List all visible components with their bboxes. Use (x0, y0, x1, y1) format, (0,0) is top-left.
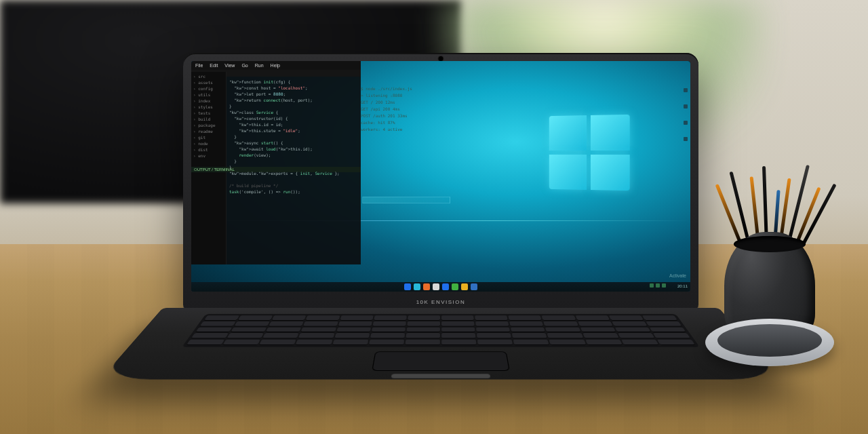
taskbar-app-icon[interactable] (433, 283, 439, 290)
pen-holder (705, 210, 834, 366)
laptop-base (100, 308, 782, 380)
progress-overlay (362, 197, 450, 203)
windows-logo-icon (549, 115, 630, 191)
menu-run[interactable]: Run (255, 63, 264, 68)
menu-view[interactable]: View (224, 63, 235, 68)
webcam-icon (439, 56, 443, 61)
file-tree-item[interactable]: › dist (193, 146, 224, 153)
menu-help[interactable]: Help (271, 63, 280, 68)
pen-cup-saucer (705, 319, 834, 366)
taskbar-app-icon[interactable] (414, 283, 420, 290)
file-tree-item[interactable]: › env (193, 153, 224, 159)
system-tray[interactable] (650, 283, 666, 288)
file-tree-item[interactable]: › package (193, 122, 224, 128)
taskbar-app-icon[interactable] (404, 283, 411, 290)
tray-icon[interactable] (650, 283, 654, 288)
file-tree-item[interactable]: › index (193, 98, 224, 104)
pen-tool (787, 165, 810, 245)
taskbar-app-icon[interactable] (461, 283, 468, 290)
tray-icon[interactable] (656, 283, 660, 288)
laptop-keyboard (182, 314, 700, 347)
file-tree-item[interactable]: › config (193, 85, 224, 92)
taskbar-app-icon[interactable] (452, 283, 458, 290)
laptop-brand-label: 10K ENVISION (416, 299, 466, 305)
file-tree-item[interactable]: › assets (193, 79, 224, 85)
editor-menubar[interactable]: FileEditViewGoRunHelp (191, 61, 361, 70)
file-tree-item[interactable]: › readme (193, 128, 224, 134)
laptop: 10K ENVISION Activate FileEditViewGoRunH… (183, 53, 698, 399)
menu-edit[interactable]: Edit (210, 63, 218, 68)
photo-scene: 10K ENVISION Activate FileEditViewGoRunH… (0, 0, 868, 434)
laptop-trackpad (372, 351, 510, 371)
pen-tool (729, 172, 750, 245)
file-tree-item[interactable]: › build (193, 116, 224, 122)
pen-tool (795, 187, 821, 245)
desktop-right-gadgets (684, 88, 688, 141)
file-tree-item[interactable]: › styles (193, 104, 224, 110)
taskbar-app-icon[interactable] (423, 283, 430, 290)
file-tree-item[interactable]: › src (193, 73, 224, 79)
code-editor-window[interactable]: FileEditViewGoRunHelp main.ps1 › src› as… (191, 61, 361, 264)
taskbar-app-icon[interactable] (442, 283, 449, 290)
menu-go[interactable]: Go (241, 63, 248, 68)
laptop-notch (391, 374, 491, 378)
taskbar[interactable]: 20:11 (191, 282, 690, 292)
pen-tool (715, 184, 743, 245)
editor-code-area[interactable]: "kw">function init(cfg) { "kw">const hos… (226, 77, 361, 264)
file-tree-item[interactable]: › node (193, 140, 224, 146)
activate-watermark: Activate (669, 273, 686, 278)
tray-icon[interactable] (662, 283, 666, 288)
pen-tool (802, 184, 836, 245)
laptop-screen: Activate FileEditViewGoRunHelp main.ps1 … (191, 61, 690, 292)
taskbar-clock: 20:11 (677, 284, 688, 288)
laptop-lid: 10K ENVISION Activate FileEditViewGoRunH… (183, 53, 698, 311)
terminal-output-overlay: $ node ./src/index.js> listening :8080GE… (361, 85, 456, 133)
file-tree-item[interactable]: › utils (193, 92, 224, 98)
taskbar-app-icon[interactable] (471, 283, 477, 290)
file-tree-item[interactable]: › tests (193, 110, 224, 116)
file-tree-item[interactable]: › git (193, 134, 224, 140)
menu-file[interactable]: File (195, 63, 203, 68)
